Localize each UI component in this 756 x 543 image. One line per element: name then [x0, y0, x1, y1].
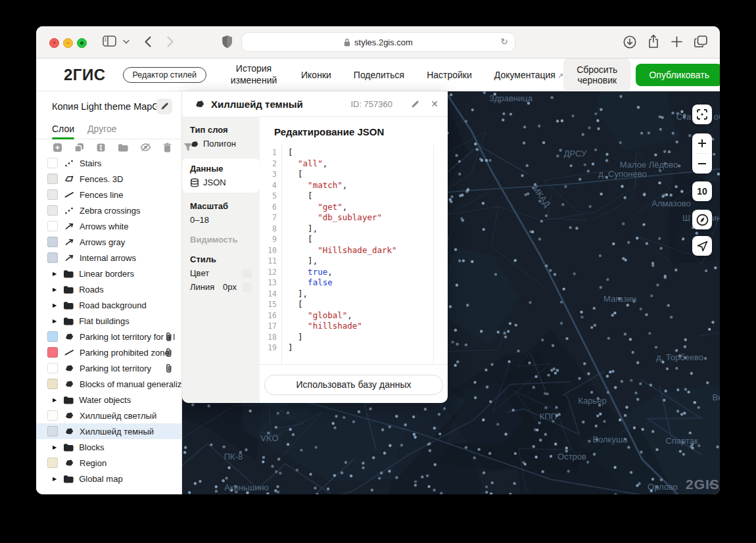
layer-color-swatch[interactable] — [47, 347, 58, 358]
project-title: Копия Light theme MapG — [52, 101, 156, 112]
arrow-icon — [64, 253, 74, 262]
chevron-down-icon[interactable] — [123, 39, 130, 44]
reload-icon[interactable]: ↻ — [500, 36, 508, 47]
arrow-icon — [64, 222, 74, 231]
code-lines[interactable]: [ "all", [ "match", [ "get", "db_sublaye… — [282, 145, 433, 364]
address-bar[interactable]: styles.2gis.com ↻ — [242, 33, 515, 51]
rename-project-button[interactable] — [156, 99, 172, 114]
tab-overview-icon[interactable] — [694, 35, 707, 48]
expand-caret-icon[interactable]: ▶ — [53, 271, 57, 277]
add-layer-button[interactable] — [53, 143, 62, 155]
layer-row[interactable]: Region — [36, 455, 181, 471]
layer-type-section[interactable]: Тип слоя Полигон — [182, 125, 260, 149]
downloads-icon[interactable] — [623, 35, 636, 49]
style-color-row[interactable]: Цвет — [190, 268, 252, 278]
layer-row[interactable]: Blocks of manual generalizat — [36, 376, 181, 392]
layer-group-row[interactable]: ▶Linear borders — [36, 266, 181, 281]
layer-row[interactable]: Internal arrows — [36, 250, 181, 266]
edit-layer-button[interactable] — [407, 100, 423, 108]
publish-button[interactable]: Опубликовать — [636, 64, 720, 86]
json-code-editor[interactable]: 12345678910111213141516171819 [ "all", [… — [260, 145, 448, 365]
use-database-button[interactable]: Использовать базу данных — [264, 375, 444, 395]
fullscreen-button[interactable] — [692, 105, 712, 124]
layer-group-row[interactable]: ▶Water objects — [36, 392, 181, 408]
layer-color-swatch[interactable] — [47, 458, 58, 468]
scale-section[interactable]: Масштаб 0–18 — [182, 201, 260, 225]
reset-draft-button[interactable]: Сбросить черновик — [563, 59, 630, 91]
forward-button[interactable] — [167, 36, 174, 47]
hide-layer-button[interactable] — [140, 143, 151, 154]
back-button[interactable] — [145, 36, 151, 47]
layer-group-row[interactable]: ▶Global map — [36, 471, 181, 486]
style-section[interactable]: Стиль Цвет Линия 0px — [182, 254, 260, 292]
browser-window: × – styles.2gis.com ↻ — [36, 26, 720, 494]
layer-row[interactable]: Fences line — [36, 187, 181, 202]
2gis-logo[interactable]: 2ГИС — [64, 66, 106, 84]
layer-color-swatch[interactable] — [47, 426, 58, 437]
layer-row[interactable]: Хиллшейд светлый — [36, 408, 181, 423]
close-window-button[interactable]: × — [49, 38, 59, 48]
data-section-selected[interactable]: Данные JSON — [182, 158, 260, 193]
layer-color-swatch[interactable] — [47, 158, 58, 168]
zoom-in-button[interactable] — [692, 133, 712, 153]
nav-item-1[interactable]: Иконки — [301, 70, 331, 80]
layer-color-swatch[interactable] — [47, 205, 58, 216]
close-panel-button[interactable]: ✕ — [427, 99, 442, 109]
layer-color-swatch[interactable] — [47, 379, 58, 389]
expand-caret-icon[interactable]: ▶ — [53, 397, 57, 403]
map-place-label: д. Торбеево — [656, 352, 703, 362]
layer-color-swatch[interactable] — [47, 237, 58, 247]
layer-row[interactable]: Хиллшейд темный — [36, 423, 181, 439]
minimize-window-button[interactable]: – — [63, 38, 73, 48]
layer-row[interactable]: Parking lot territory for a l — [36, 329, 181, 344]
expand-caret-icon[interactable]: ▶ — [53, 318, 57, 324]
nav-item-3[interactable]: Настройки — [427, 70, 472, 80]
layer-color-swatch[interactable] — [47, 189, 58, 200]
expand-caret-icon[interactable]: ▶ — [53, 444, 57, 450]
expand-caret-icon[interactable]: ▶ — [53, 476, 57, 482]
zoom-out-button[interactable] — [692, 154, 712, 174]
group-layers-button[interactable] — [118, 143, 128, 154]
layer-color-swatch[interactable] — [47, 174, 58, 184]
layer-color-swatch[interactable] — [47, 252, 58, 263]
zoom-window-button[interactable] — [77, 38, 87, 48]
layer-row[interactable]: Fences. 3D — [36, 171, 181, 187]
layer-color-swatch[interactable] — [47, 221, 58, 231]
layer-row[interactable]: Parking prohibited zone — [36, 344, 181, 360]
layer-row[interactable]: Stairs — [36, 155, 181, 171]
share-icon[interactable] — [648, 34, 659, 49]
layer-group-row[interactable]: ▶Roads — [36, 281, 181, 297]
locate-me-button[interactable] — [692, 236, 712, 256]
tab-другое[interactable]: Другое — [87, 118, 116, 139]
layer-color-swatch[interactable] — [47, 363, 58, 373]
filter-layers-button[interactable] — [183, 143, 193, 154]
compass-button[interactable] — [692, 210, 712, 229]
nav-item-4[interactable]: Документация↗ — [494, 70, 563, 80]
nav-item-2[interactable]: Поделиться — [354, 70, 404, 80]
nav-item-0[interactable]: История изменений — [229, 63, 279, 86]
expand-caret-icon[interactable]: ▶ — [53, 302, 57, 308]
map-place-label: Орлово — [648, 482, 678, 492]
layer-row[interactable]: Arrows white — [36, 218, 181, 234]
expand-caret-icon[interactable]: ▶ — [53, 287, 57, 293]
layer-color-swatch[interactable] — [47, 331, 58, 342]
duplicate-layer-button[interactable] — [74, 143, 84, 155]
visibility-section[interactable]: Видимость — [182, 235, 260, 245]
new-tab-icon[interactable] — [671, 36, 682, 47]
tab-слои[interactable]: Слои — [52, 118, 74, 139]
zoom-level-badge[interactable]: 10 — [692, 181, 712, 201]
delete-layer-button[interactable] — [163, 143, 172, 155]
color-swatch[interactable] — [243, 269, 252, 278]
layer-group-row[interactable]: ▶Road background — [36, 297, 181, 313]
rename-layer-button[interactable] — [96, 143, 106, 155]
sidebar-toggle-icon[interactable] — [103, 35, 116, 47]
layer-group-row[interactable]: ▶Flat buildings — [36, 313, 181, 329]
layer-group-row[interactable]: ▶Blocks — [36, 439, 181, 455]
line-swatch[interactable] — [243, 283, 252, 292]
style-line-row[interactable]: Линия 0px — [190, 282, 252, 292]
layer-row[interactable]: Zebra crossings — [36, 202, 181, 218]
layer-row[interactable]: Arrows gray — [36, 234, 181, 250]
privacy-shield-icon[interactable] — [222, 35, 233, 49]
layer-row[interactable]: Parking lot territory — [36, 360, 181, 376]
layer-color-swatch[interactable] — [47, 410, 58, 421]
